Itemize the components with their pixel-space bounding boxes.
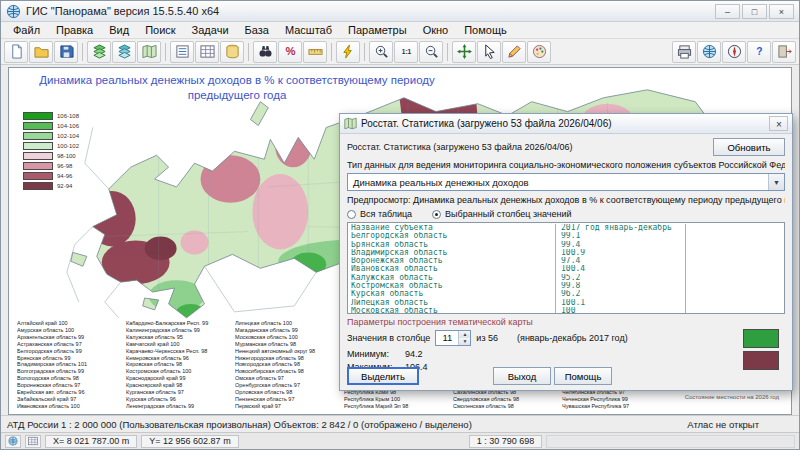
- table-row[interactable]: Костромская область 99.8: [351, 282, 781, 290]
- menu-tasks[interactable]: Задачи: [184, 23, 237, 37]
- select-button[interactable]: Выделить: [347, 367, 419, 385]
- scale-indicator[interactable]: 1 : 30 790 698: [469, 435, 543, 448]
- table-row[interactable]: Владимирская область 100.9: [351, 249, 781, 257]
- menu-database[interactable]: База: [237, 23, 277, 37]
- spinner-value: 11: [436, 331, 458, 345]
- table-row[interactable]: Московская область 100: [351, 307, 781, 314]
- radio-whole-table[interactable]: Вся таблица: [347, 209, 412, 219]
- palette-button[interactable]: [527, 41, 551, 63]
- combobox-value: Динамика реальных денежных доходов: [348, 177, 768, 188]
- exit-dialog-button[interactable]: Выход: [493, 367, 551, 385]
- menu-edit[interactable]: Правка: [48, 23, 101, 37]
- attribute-table-button[interactable]: [195, 41, 219, 63]
- chevron-down-icon[interactable]: ▼: [768, 174, 784, 190]
- legend-swatch: [23, 132, 53, 140]
- legend-row: 94-96: [23, 172, 79, 180]
- run-task-button[interactable]: [336, 41, 360, 63]
- dialog-title-bar[interactable]: Росстат. Статистика (загружено 53 файла …: [340, 114, 792, 134]
- help-button[interactable]: [747, 41, 771, 63]
- menu-scale[interactable]: Масштаб: [277, 23, 340, 37]
- region-list-item: Московская область 100: [235, 334, 339, 341]
- open-folder-icon: [34, 44, 49, 59]
- toolbar-separator: [364, 43, 365, 61]
- grid-toggle-button[interactable]: [25, 435, 41, 448]
- dialog-close-button[interactable]: ×: [769, 116, 788, 131]
- region-list-item: Новгородская область 98: [235, 361, 339, 368]
- lightning-icon: [341, 44, 356, 59]
- spinner-down-button[interactable]: ▼: [459, 338, 470, 345]
- help-dialog-button[interactable]: Помощь: [554, 367, 612, 385]
- compass-button[interactable]: [722, 41, 746, 63]
- new-document-icon: [9, 44, 24, 59]
- max-color-swatch[interactable]: [743, 329, 779, 348]
- table-row[interactable]: Калужская область 95.2: [351, 274, 781, 282]
- table-cell-value: 100.1: [556, 299, 686, 307]
- map-legend: 106-108 104-106 102-104 100-102: [23, 112, 79, 190]
- region-list-item: Кемеровская область 96: [126, 355, 230, 362]
- menu-view[interactable]: Вид: [101, 23, 137, 37]
- zoom-out-icon: [424, 44, 439, 59]
- actual-scale-button[interactable]: [394, 41, 418, 63]
- table-cell-name: Липецкая область: [351, 299, 556, 307]
- table-mode-radios: Вся таблица Выбранный столбец значений: [347, 209, 785, 219]
- legend-label: 100-102: [57, 143, 79, 149]
- zoom-in-button[interactable]: [369, 41, 393, 63]
- menu-window[interactable]: Окно: [415, 23, 457, 37]
- table-row[interactable]: Брянская область 99.4: [351, 241, 781, 249]
- column-spinner[interactable]: 11 ▲ ▼: [435, 330, 471, 346]
- close-button[interactable]: ×: [769, 4, 794, 19]
- save-button[interactable]: [54, 41, 78, 63]
- table-cell-name: Московская область: [351, 307, 556, 314]
- region-list-item: Ленинградская область 99: [126, 403, 230, 410]
- maximize-button[interactable]: □: [742, 4, 767, 19]
- spinner-buttons: ▲ ▼: [458, 331, 470, 345]
- region-fill: [145, 237, 177, 261]
- object-list-button[interactable]: [170, 41, 194, 63]
- select-object-button[interactable]: [477, 41, 501, 63]
- globe-button[interactable]: [697, 41, 721, 63]
- map-view-button[interactable]: [137, 41, 161, 63]
- layer-visibility-button[interactable]: [112, 41, 136, 63]
- menu-search[interactable]: Поиск: [137, 23, 183, 37]
- region-list-item: Карачаево-Черкесская Респ. 98: [126, 348, 230, 355]
- menu-help[interactable]: Помощь: [456, 23, 515, 37]
- coordinate-bar: X= 8 021 787.00 m Y= 12 956 602.87 m 1 :…: [1, 432, 799, 449]
- menu-parameters[interactable]: Параметры: [340, 23, 415, 37]
- new-document-button[interactable]: [4, 41, 28, 63]
- preview-table[interactable]: Название субъекта 2017 год январь-декабр…: [347, 222, 785, 314]
- table-row[interactable]: Курская область 96.2: [351, 290, 781, 298]
- menu-file[interactable]: Файл: [5, 23, 48, 37]
- data-type-combobox[interactable]: Динамика реальных денежных доходов ▼: [347, 173, 785, 191]
- search-binoculars-button[interactable]: [253, 41, 277, 63]
- print-button[interactable]: [672, 41, 696, 63]
- measure-ruler-button[interactable]: [303, 41, 327, 63]
- exit-button[interactable]: [772, 41, 796, 63]
- percent-scale-button[interactable]: [278, 41, 302, 63]
- table-row[interactable]: Ивановская область 100.4: [351, 265, 781, 273]
- minimize-button[interactable]: –: [715, 4, 740, 19]
- spinner-up-button[interactable]: ▲: [459, 331, 470, 338]
- window-title-bar[interactable]: ГИС "Панорама" версия 15.5.5.40 x64 – □ …: [1, 1, 799, 22]
- table-row[interactable]: Воронежская область 97.4: [351, 257, 781, 265]
- table-cell-name: Владимирская область: [351, 249, 556, 257]
- region-list-item: Костромская область 100: [126, 368, 230, 375]
- table-row[interactable]: Липецкая область 100.1: [351, 299, 781, 307]
- edit-pencil-button[interactable]: [502, 41, 526, 63]
- open-folder-button[interactable]: [29, 41, 53, 63]
- table-cell-name: Белгородская область: [351, 232, 556, 240]
- table-cell-value: 95.2: [556, 274, 686, 282]
- table-row[interactable]: Белгородская область 99.1: [351, 232, 781, 240]
- coordinate-system-button[interactable]: [5, 435, 21, 448]
- legend-label: 96-98: [57, 163, 72, 169]
- region-column-2: Кабардино-Балкарская Респ. 99Калининград…: [126, 320, 230, 412]
- pan-button[interactable]: [452, 41, 476, 63]
- refresh-button[interactable]: Обновить: [713, 138, 785, 156]
- database-button[interactable]: [220, 41, 244, 63]
- min-color-swatch[interactable]: [743, 351, 779, 370]
- zoom-out-button[interactable]: [419, 41, 443, 63]
- database-icon: [225, 44, 240, 59]
- map-layers-button[interactable]: [87, 41, 111, 63]
- region-fill: [177, 304, 205, 320]
- region-list-item: Еврейская авт. область 96: [17, 389, 121, 396]
- radio-selected-column[interactable]: Выбранный столбец значений: [432, 209, 572, 219]
